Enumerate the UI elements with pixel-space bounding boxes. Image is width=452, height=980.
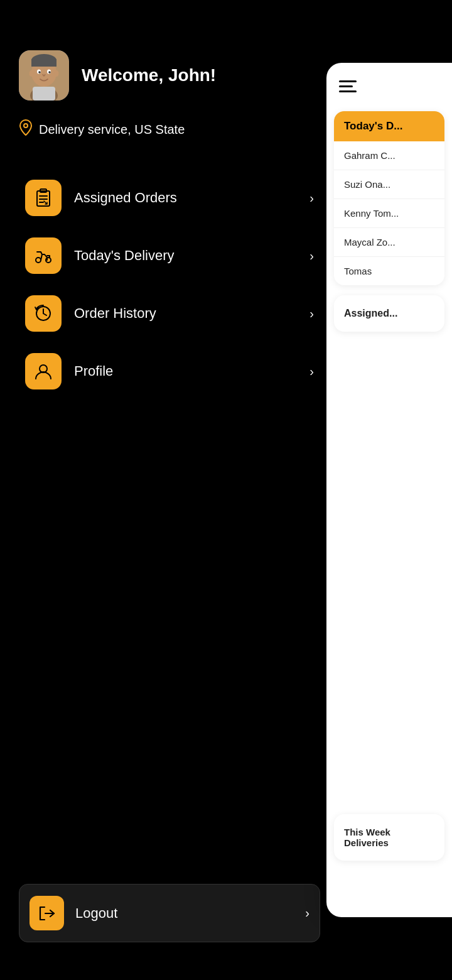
chevron-right-icon-logout: ›	[305, 906, 309, 920]
avatar	[19, 50, 69, 101]
svg-rect-2	[33, 87, 55, 101]
svg-point-10	[30, 70, 34, 77]
hamburger-line-1	[339, 80, 357, 82]
delivery-list: Gahram C... Suzi Ona... Kenny Tom... May…	[334, 141, 444, 285]
chevron-right-icon-3: ›	[309, 307, 314, 321]
logout-button[interactable]: Logout ›	[19, 884, 320, 942]
assigned-card-title: Assigned...	[344, 308, 397, 318]
sidebar: Welcome, John! Delivery service, US Stat…	[0, 0, 339, 980]
profile-section: Welcome, John!	[19, 50, 320, 101]
chevron-right-icon: ›	[309, 191, 314, 205]
nav-label-todays-delivery: Today's Delivery	[74, 248, 297, 264]
delivery-card-title: Today's D...	[344, 120, 402, 132]
nav-item-assigned-orders[interactable]: Assigned Orders ›	[19, 171, 320, 225]
scooter-icon-box	[25, 237, 62, 274]
svg-point-8	[38, 71, 41, 74]
hamburger-menu[interactable]	[339, 80, 357, 92]
chevron-right-icon-4: ›	[309, 364, 314, 379]
logout-icon-box	[30, 896, 64, 930]
clipboard-icon-box	[25, 180, 62, 216]
location-section: Delivery service, US State	[19, 119, 320, 139]
nav-label-profile: Profile	[74, 363, 297, 379]
svg-point-12	[24, 124, 28, 128]
chevron-right-icon-2: ›	[309, 249, 314, 263]
this-week-card[interactable]: This WeekDeliveries	[334, 814, 444, 861]
list-item[interactable]: Maycal Zo...	[334, 228, 444, 257]
nav-menu: Assigned Orders › Today's Delivery ›	[19, 171, 320, 884]
list-item[interactable]: Tomas	[334, 257, 444, 285]
svg-point-9	[48, 71, 51, 74]
this-week-title: This WeekDeliveries	[344, 827, 434, 848]
nav-item-todays-delivery[interactable]: Today's Delivery ›	[19, 229, 320, 283]
profile-icon	[33, 361, 53, 381]
list-item[interactable]: Gahram C...	[334, 141, 444, 170]
profile-icon-box	[25, 353, 62, 389]
history-icon	[33, 303, 53, 324]
location-text: Delivery service, US State	[39, 122, 185, 137]
history-icon-box	[25, 295, 62, 332]
logout-icon	[38, 904, 56, 923]
clipboard-icon	[33, 188, 53, 208]
nav-label-assigned-orders: Assigned Orders	[74, 190, 297, 206]
welcome-text: Welcome, John!	[82, 65, 216, 85]
list-item[interactable]: Suzi Ona...	[334, 170, 444, 199]
svg-point-11	[55, 70, 59, 77]
hamburger-line-2	[339, 85, 353, 87]
right-panel: Today's D... Gahram C... Suzi Ona... Ken…	[326, 63, 452, 917]
hamburger-line-3	[339, 90, 357, 92]
location-icon	[19, 119, 33, 139]
assigned-orders-card[interactable]: Assigned...	[334, 295, 444, 332]
list-item[interactable]: Kenny Tom...	[334, 199, 444, 228]
scooter-icon	[33, 246, 53, 266]
svg-rect-5	[31, 59, 56, 67]
nav-label-order-history: Order History	[74, 305, 297, 322]
delivery-card-header[interactable]: Today's D...	[334, 111, 444, 141]
nav-item-order-history[interactable]: Order History ›	[19, 286, 320, 340]
todays-delivery-card: Today's D... Gahram C... Suzi Ona... Ken…	[334, 111, 444, 285]
nav-item-profile[interactable]: Profile ›	[19, 344, 320, 398]
svg-point-18	[36, 258, 41, 263]
panel-header	[326, 63, 452, 105]
logout-label: Logout	[75, 905, 294, 922]
